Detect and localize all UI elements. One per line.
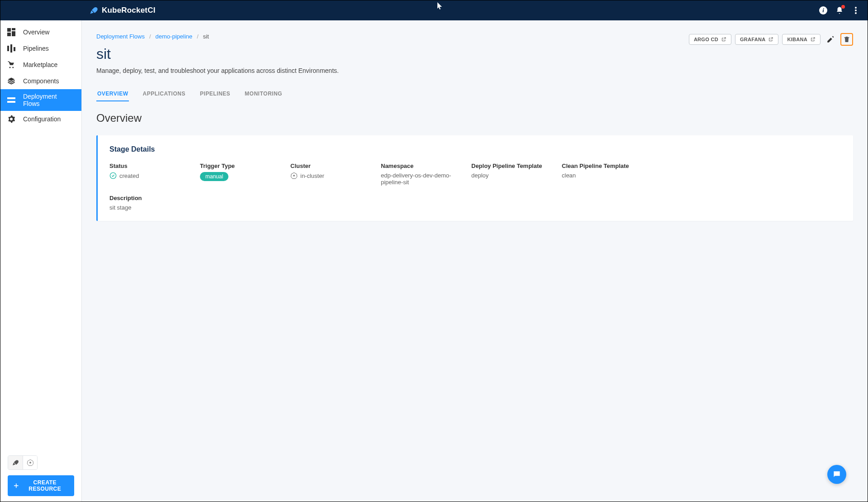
card-title: Stage Details	[109, 145, 841, 153]
sidebar-item-marketplace[interactable]: Marketplace	[0, 57, 81, 73]
detail-value-text: sit stage	[109, 204, 841, 211]
svg-rect-5	[12, 31, 15, 36]
svg-rect-8	[10, 44, 12, 53]
sidebar-item-label: Overview	[23, 29, 49, 36]
pipelines-icon	[7, 44, 16, 53]
detail-value-text: clean	[562, 172, 841, 179]
svg-rect-15	[14, 485, 19, 486]
chat-icon	[832, 470, 841, 479]
stage-details-card: Stage Details Status created Trigger Typ…	[96, 135, 853, 221]
kibana-button[interactable]: KIBANA	[782, 34, 821, 45]
detail-label: Clean Pipeline Template	[562, 163, 841, 169]
detail-label: Deploy Pipeline Template	[471, 163, 562, 169]
svg-point-16	[110, 172, 116, 178]
svg-rect-3	[7, 28, 11, 32]
svg-rect-4	[12, 28, 15, 30]
sidebar: Overview Pipelines Marketplace Component…	[0, 20, 82, 502]
breadcrumb-separator: /	[149, 33, 151, 40]
detail-label: Cluster	[290, 163, 381, 169]
sidebar-item-deployment-flows[interactable]: Deployment Flows	[0, 89, 81, 111]
delete-button[interactable]	[840, 33, 853, 46]
breadcrumb-link-pipeline[interactable]: demo-pipeline	[156, 33, 193, 40]
tab-monitoring[interactable]: MONITORING	[244, 87, 283, 101]
chat-fab[interactable]	[827, 465, 846, 484]
svg-rect-7	[7, 46, 9, 51]
grafana-button[interactable]: GRAFANA	[735, 34, 779, 45]
detail-cluster: Cluster in-cluster	[290, 163, 381, 186]
sidebar-item-label: Configuration	[23, 115, 61, 123]
tab-pipelines[interactable]: PIPELINES	[199, 87, 231, 101]
section-heading: Overview	[96, 112, 853, 124]
external-link-icon	[768, 37, 773, 42]
breadcrumb-link-deployment-flows[interactable]: Deployment Flows	[96, 33, 145, 40]
detail-status: Status created	[109, 163, 200, 186]
svg-point-2	[855, 12, 857, 14]
deployment-flows-icon	[7, 96, 16, 105]
external-link-icon	[721, 37, 726, 42]
sidebar-item-components[interactable]: Components	[0, 73, 81, 89]
breadcrumb: Deployment Flows / demo-pipeline / sit	[96, 33, 209, 40]
svg-rect-9	[14, 47, 15, 51]
tab-applications[interactable]: APPLICATIONS	[142, 87, 186, 101]
rocket-logo-icon	[89, 6, 98, 15]
cursor-icon	[437, 2, 444, 10]
sidebar-item-pipelines[interactable]: Pipelines	[0, 40, 81, 57]
page-title: sit	[96, 46, 853, 62]
svg-point-18	[293, 175, 294, 176]
main-content: Deployment Flows / demo-pipeline / sit A…	[82, 20, 868, 502]
detail-value-text: edp-delivery-os-dev-demo-pipeline-sit	[381, 172, 471, 186]
tab-overview[interactable]: OVERVIEW	[96, 87, 129, 101]
trigger-badge: manual	[200, 172, 228, 181]
detail-label: Namespace	[381, 163, 471, 169]
detail-description: Description sit stage	[109, 195, 841, 211]
brand-name: KubeRocketCI	[102, 6, 156, 15]
detail-namespace: Namespace edp-delivery-os-dev-demo-pipel…	[381, 163, 471, 186]
edit-button[interactable]	[824, 33, 837, 46]
trash-icon	[843, 36, 850, 43]
detail-label: Trigger Type	[200, 163, 290, 169]
create-resource-label: CREATE RESOURCE	[22, 479, 68, 492]
argo-cd-button[interactable]: ARGO CD	[689, 34, 731, 45]
detail-value-text: in-cluster	[300, 172, 324, 179]
detail-value-text: deploy	[471, 172, 562, 179]
svg-point-1	[855, 10, 857, 11]
sidebar-item-label: Marketplace	[23, 61, 57, 68]
sidebar-item-label: Pipelines	[23, 45, 49, 52]
theme-toggle-rocket[interactable]	[8, 456, 23, 469]
sidebar-item-overview[interactable]: Overview	[0, 24, 81, 40]
status-check-icon	[109, 172, 117, 179]
detail-deploy-template: Deploy Pipeline Template deploy	[471, 163, 562, 186]
sidebar-item-label: Components	[23, 77, 59, 85]
tabs: OVERVIEW APPLICATIONS PIPELINES MONITORI…	[96, 87, 853, 102]
detail-label: Description	[109, 195, 841, 201]
sidebar-item-configuration[interactable]: Configuration	[0, 111, 81, 127]
svg-point-13	[29, 462, 31, 464]
detail-value-text: created	[119, 172, 139, 179]
create-resource-button[interactable]: CREATE RESOURCE	[8, 475, 74, 496]
more-icon[interactable]	[851, 6, 860, 15]
theme-toggle-k8s[interactable]	[23, 456, 37, 469]
breadcrumb-current: sit	[203, 33, 209, 40]
external-link-icon	[810, 37, 816, 42]
topbar: KubeRocketCI i	[0, 0, 868, 20]
detail-trigger-type: Trigger Type manual	[200, 163, 290, 186]
svg-point-0	[855, 7, 857, 9]
notifications-icon[interactable]	[835, 6, 844, 15]
sidebar-item-label: Deployment Flows	[23, 93, 75, 107]
page-subtitle: Manage, deploy, test, and troubleshoot y…	[96, 67, 853, 74]
svg-rect-11	[7, 101, 15, 103]
kubernetes-icon	[290, 172, 298, 179]
dashboard-icon	[7, 28, 16, 37]
detail-clean-template: Clean Pipeline Template clean	[562, 163, 841, 186]
marketplace-icon	[7, 60, 16, 69]
svg-rect-6	[7, 33, 11, 36]
svg-rect-10	[7, 97, 15, 99]
gear-icon	[7, 115, 16, 124]
components-icon	[7, 76, 16, 86]
pencil-icon	[826, 35, 835, 43]
breadcrumb-separator: /	[197, 33, 199, 40]
info-icon[interactable]: i	[819, 6, 828, 15]
detail-label: Status	[109, 163, 200, 169]
